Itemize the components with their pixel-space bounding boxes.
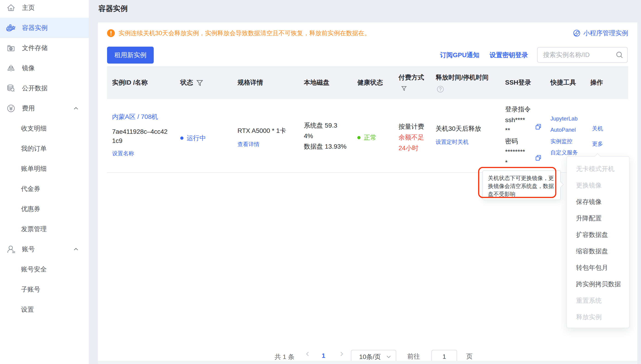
ssh-command: ssh****** (505, 115, 525, 135)
disk-line-3: 数据盘 13.93% (304, 143, 347, 150)
sidebar-item-label: 子账号 (21, 285, 40, 294)
sidebar-item-container-instances[interactable]: 容器实例 (0, 18, 89, 38)
sidebar-item-images[interactable]: 镜像 (0, 58, 89, 78)
current-page[interactable]: 1 (318, 352, 329, 360)
menu-item-expand-disk[interactable]: 扩容数据盘 (567, 226, 629, 243)
menu-item-reset-system[interactable]: 重置系统 (567, 292, 629, 309)
prev-page-button[interactable] (305, 351, 316, 357)
copy-password-icon[interactable] (535, 155, 541, 161)
column-label: 实例ID /名称 (112, 78, 148, 88)
notice-text: 实例连续关机30天会释放实例，实例释放会导致数据清空且不可恢复，释放前实例在数据… (119, 29, 371, 37)
sidebar-item-sub-accounts[interactable]: 子账号 (0, 280, 89, 300)
cell-status: 运行中 (175, 99, 232, 172)
col-ssh: SSH登录 (500, 66, 545, 99)
next-page-button[interactable] (339, 351, 350, 357)
sidebar-item-label: 优惠券 (21, 205, 40, 213)
sidebar: 主页 容器实例 (0, 0, 89, 364)
menu-item-to-subscription[interactable]: 转包年包月 (567, 260, 629, 276)
sidebar-group-label: 费用 (22, 104, 35, 113)
goto-unit: 页 (466, 352, 473, 361)
column-label: SSH登录 (505, 78, 531, 88)
sidebar-item-label: 镜像 (22, 64, 35, 72)
spec-detail-link[interactable]: 查看详情 (237, 139, 259, 150)
sidebar-item-coupons[interactable]: 优惠券 (0, 199, 89, 219)
column-label: 快捷工具 (550, 78, 576, 88)
menu-item-cardless-boot[interactable]: 无卡模式开机 (567, 161, 629, 177)
sidebar-item-home[interactable]: 主页 (0, 0, 89, 18)
rent-new-instance-button[interactable]: 租用新实例 (107, 47, 154, 64)
copy-ssh-icon[interactable] (535, 124, 541, 130)
yen-circle-icon (7, 104, 16, 113)
subscribe-gpu-link[interactable]: 订阅GPU通知 (440, 51, 479, 60)
instance-monitor-link[interactable]: 实例监控 (550, 136, 572, 146)
menu-item-save-image[interactable]: 保存镜像 (567, 194, 629, 210)
sidebar-group-label: 账号 (22, 245, 35, 254)
toolbar-links: 订阅GPU通知 设置密钥登录 (430, 51, 528, 60)
col-release-time: 释放时间/停机时间 (430, 66, 500, 99)
search-icon[interactable] (616, 51, 623, 58)
sidebar-group-billing[interactable]: 费用 (0, 98, 89, 118)
set-name-link[interactable]: 设置名称 (112, 148, 134, 159)
schedule-shutdown-link[interactable]: 设置定时关机 (436, 137, 468, 147)
sidebar-group-account[interactable]: 账号 (0, 239, 89, 259)
column-label: 本地磁盘 (304, 78, 329, 88)
column-label-wrap: 状态 (180, 78, 203, 88)
column-label: 健康状态 (357, 78, 383, 88)
instance-id-line-1: 7ae411928c–4cc42 (112, 128, 168, 135)
docker-icon (7, 23, 16, 32)
menu-item-release-instance[interactable]: 释放实例 (567, 309, 629, 325)
table-header: 实例ID /名称 状态 规格详情 本地磁盘 健康状态 付费方式 (107, 66, 628, 99)
goto-label: 前往 (407, 352, 420, 361)
warning-icon (107, 29, 115, 37)
col-health: 健康状态 (352, 66, 393, 99)
sidebar-item-label: 账单明细 (21, 164, 47, 173)
help-icon[interactable] (437, 86, 444, 92)
tooltip-text: 关机状态下可更换镜像，更换镜像会清空系统盘，数据盘不受影响 (488, 174, 556, 198)
ssh-key-login-link[interactable]: 设置密钥登录 (489, 51, 528, 60)
billing-filter-icon[interactable] (401, 86, 407, 91)
cell-disk: 系统盘 59.34%数据盘 13.93% (299, 99, 352, 172)
search-input[interactable] (543, 48, 612, 62)
jupyterlab-link[interactable]: JupyterLab (550, 114, 578, 124)
col-status: 状态 (175, 66, 232, 99)
sidebar-item-income-expense[interactable]: 收支明细 (0, 118, 89, 138)
menu-item-change-config[interactable]: 升降配置 (567, 210, 629, 226)
disk-usage: 系统盘 59.34%数据盘 13.93% (304, 120, 347, 152)
menu-item-cross-instance-copy[interactable]: 跨实例拷贝数据 (567, 276, 629, 292)
sidebar-item-label: 文件存储 (22, 44, 48, 52)
cell-spec: RTX A5000 * 1卡 查看详情 (232, 99, 299, 172)
app-root: 主页 容器实例 (0, 0, 641, 364)
sidebar-item-vouchers[interactable]: 代金券 (0, 179, 89, 199)
cell-instance-id: 内蒙A区 / 708机 7ae411928c–4cc421c9 设置名称 (107, 99, 175, 172)
menu-item-change-image[interactable]: 更换镜像 (567, 177, 629, 194)
cell-health: 正常 (352, 99, 393, 172)
health-text: 正常 (364, 134, 377, 141)
mini-program-link[interactable]: 小程序管理实例 (573, 28, 628, 38)
sidebar-item-settings[interactable]: 设置 (0, 300, 89, 320)
sidebar-item-public-data[interactable]: 公开数据 (0, 78, 89, 98)
sidebar-item-billing-details[interactable]: 账单明细 (0, 159, 89, 179)
sidebar-item-invoices[interactable]: 发票管理 (0, 219, 89, 239)
sidebar-menu: 主页 容器实例 (0, 0, 89, 320)
header-icon-line (401, 86, 407, 92)
database-search-icon (7, 84, 16, 93)
sidebar-item-file-storage[interactable]: 文件存储 (0, 38, 89, 58)
menu-item-shrink-disk[interactable]: 缩容数据盘 (567, 243, 629, 260)
ssh-masked-line-2: ** (505, 127, 510, 134)
autopanel-link[interactable]: AutoPanel (550, 124, 576, 135)
sidebar-item-my-orders[interactable]: 我的订单 (0, 138, 89, 159)
billing-warning: 余额不足24小时 (398, 132, 424, 154)
cell-release-time: 关机30天后释放 设置定时关机 (430, 99, 500, 172)
more-link[interactable]: 更多 (592, 138, 603, 149)
sidebar-item-label: 设置 (21, 305, 34, 314)
sidebar-item-account-security[interactable]: 账号安全 (0, 259, 89, 280)
sidebar-item-label: 主页 (22, 4, 35, 12)
column-label: 规格详情 (237, 78, 263, 88)
status-filter-icon[interactable] (196, 80, 203, 86)
password-masked-line-1: ******** (505, 148, 525, 155)
instance-region-link[interactable]: 内蒙A区 / 708机 (112, 112, 158, 122)
sidebar-item-label: 发票管理 (21, 225, 47, 234)
shutdown-link[interactable]: 关机 (592, 123, 603, 134)
sidebar-item-label: 收支明细 (21, 124, 47, 133)
person-icon (7, 245, 16, 254)
